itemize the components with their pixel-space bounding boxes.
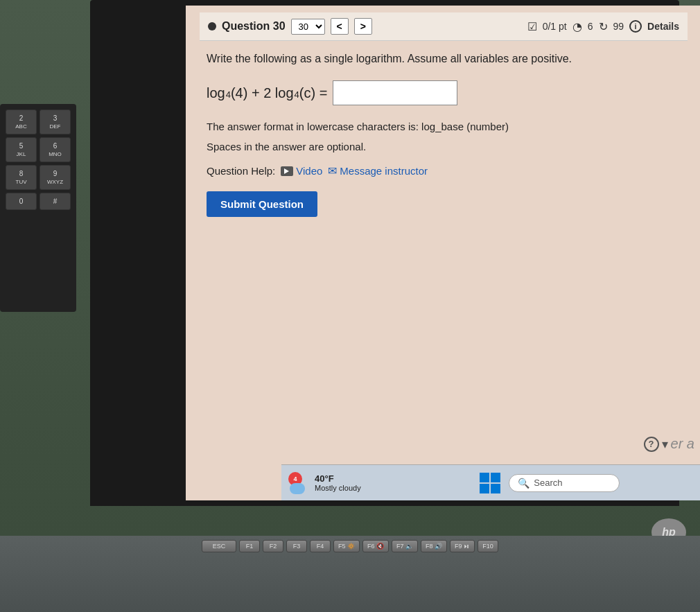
side-key-3[interactable]: 3DEF: [40, 110, 71, 134]
side-key-2[interactable]: 2ABC: [6, 110, 37, 134]
top-nav: Question 30 30 < > ☑ 0/1 pt ◔ 6 ↻ 99: [200, 12, 688, 41]
side-key-9[interactable]: 9WXYZ: [40, 165, 71, 190]
weather-info: 40°F Mostly cloudy: [315, 473, 361, 492]
side-key-6[interactable]: 6MNO: [40, 137, 71, 162]
answer-format-line2: Spaces in the answer are optional.: [207, 139, 681, 155]
weather-icon-container: 4: [288, 472, 310, 494]
key-f3[interactable]: F3: [286, 540, 307, 552]
search-label: Search: [534, 478, 562, 488]
attempts-value: 6: [588, 21, 593, 32]
video-label: Video: [296, 165, 322, 177]
help-label: Question Help:: [207, 165, 275, 177]
message-label: Message instructor: [340, 165, 428, 177]
info-icon[interactable]: i: [629, 20, 642, 33]
screen-bezel: 10 Question 30 30 < > ☑: [90, 0, 679, 506]
windows-start-button[interactable]: [480, 473, 500, 493]
math-base1: 4: [226, 89, 231, 100]
nav-left: Question 30 30 < >: [208, 18, 372, 35]
side-key-hash[interactable]: #: [40, 193, 71, 210]
score-checkbox: ☑: [527, 20, 537, 33]
next-button[interactable]: >: [354, 18, 372, 35]
video-link[interactable]: Video: [281, 165, 322, 177]
key-f4[interactable]: F4: [310, 540, 331, 552]
math-log1: log4(4) + 2 log4(c) =: [207, 85, 327, 101]
attempts-icon: ◔: [572, 20, 582, 33]
question-content: Write the following as a single logarith…: [200, 51, 688, 217]
search-icon: 🔍: [518, 478, 530, 489]
weather-widget: 4 40°F Mostly cloudy: [288, 472, 361, 494]
question-help: Question Help: Video ✉ Message instructo…: [207, 164, 681, 177]
reload-icon: ↻: [599, 20, 608, 33]
key-f6[interactable]: F6 🔇: [362, 540, 389, 552]
question-dropdown[interactable]: 30: [291, 19, 325, 35]
era-text: er a: [671, 436, 694, 452]
question-dot: [208, 22, 216, 30]
taskbar: 4 40°F Mostly cloudy: [281, 464, 700, 500]
laptop-body: 2ABC 3DEF 5JKL 6MNO 8TUV 9WXYZ 0 # 10 Qu…: [0, 0, 700, 612]
weather-temp: 40°F: [315, 473, 361, 484]
key-f10[interactable]: F10: [478, 540, 498, 552]
question-instruction: Write the following as a single logarith…: [207, 51, 681, 67]
prev-button[interactable]: <: [331, 18, 349, 35]
nav-right: ☑ 0/1 pt ◔ 6 ↻ 99 i Details: [527, 20, 679, 33]
cloud-icon: [290, 483, 305, 494]
key-f2[interactable]: F2: [263, 540, 283, 552]
message-instructor-link[interactable]: ✉ Message instructor: [328, 164, 428, 177]
details-label[interactable]: Details: [647, 21, 679, 32]
envelope-icon: ✉: [328, 164, 337, 177]
side-key-8[interactable]: 8TUV: [6, 165, 37, 190]
keyboard-row-fn: ESC F1 F2 F3 F4 F5 🔅 F6 🔇 F7 🔈 F8 🔊 F9 ⏯…: [0, 536, 700, 552]
key-f1[interactable]: F1: [239, 540, 260, 552]
help-circle-icon[interactable]: ?: [644, 437, 659, 452]
main-content: Question 30 30 < > ☑ 0/1 pt ◔ 6 ↻ 99: [186, 6, 700, 435]
math-expression: log4(4) + 2 log4(c) =: [207, 80, 681, 105]
win-quad-1: [480, 473, 489, 482]
win-quad-2: [491, 473, 500, 482]
side-numpad: 2ABC 3DEF 5JKL 6MNO 8TUV 9WXYZ 0 #: [0, 104, 76, 312]
win-quad-4: [491, 484, 500, 493]
win-quad-3: [480, 484, 489, 493]
submissions-value: 99: [613, 21, 624, 32]
key-f5[interactable]: F5 🔅: [333, 540, 360, 552]
side-key-0[interactable]: 0: [6, 193, 37, 210]
math-base2: 4: [295, 89, 299, 100]
video-icon: [281, 166, 293, 176]
question-label: Question 30: [222, 20, 286, 33]
answer-format-line1: The answer format in lowercase character…: [207, 119, 681, 135]
key-f9[interactable]: F9 ⏯: [450, 540, 475, 552]
key-f8[interactable]: F8 🔊: [421, 540, 447, 552]
side-key-5[interactable]: 5JKL: [6, 137, 37, 162]
screen: 10 Question 30 30 < > ☑: [186, 6, 700, 500]
submit-button[interactable]: Submit Question: [207, 191, 317, 217]
dropdown-arrow: ▾: [662, 437, 668, 452]
answer-input[interactable]: [333, 80, 457, 105]
taskbar-search[interactable]: 🔍 Search: [509, 474, 620, 492]
keyboard-area: ESC F1 F2 F3 F4 F5 🔅 F6 🔇 F7 🔈 F8 🔊 F9 ⏯…: [0, 536, 700, 612]
score-value: 0/1 pt: [543, 21, 567, 32]
key-f7[interactable]: F7 🔈: [392, 540, 418, 552]
key-esc[interactable]: ESC: [202, 540, 236, 552]
weather-condition: Mostly cloudy: [315, 484, 361, 492]
